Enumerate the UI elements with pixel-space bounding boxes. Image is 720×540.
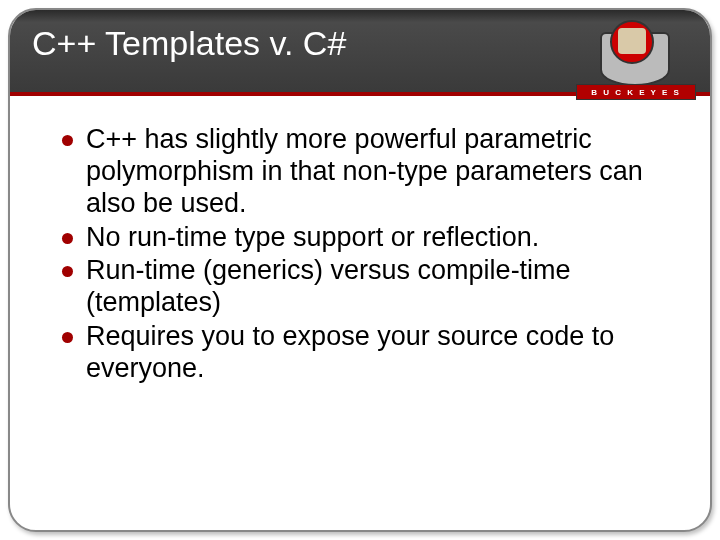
logo-badge-text: B U C K E Y E S: [591, 88, 681, 97]
bullet-item: C++ has slightly more powerful parametri…: [62, 124, 670, 220]
logo-badge: B U C K E Y E S: [576, 84, 696, 100]
bullet-list: C++ has slightly more powerful parametri…: [62, 124, 670, 385]
slide-title: C++ Templates v. C#: [32, 24, 688, 63]
bullet-item: Requires you to expose your source code …: [62, 321, 670, 385]
bullet-item: No run-time type support or reflection.: [62, 222, 670, 254]
slide-frame: C++ Templates v. C# B U C K E Y E S C++ …: [8, 8, 712, 532]
bullet-item: Run-time (generics) versus compile-time …: [62, 255, 670, 319]
slide-content: C++ has slightly more powerful parametri…: [10, 96, 710, 385]
